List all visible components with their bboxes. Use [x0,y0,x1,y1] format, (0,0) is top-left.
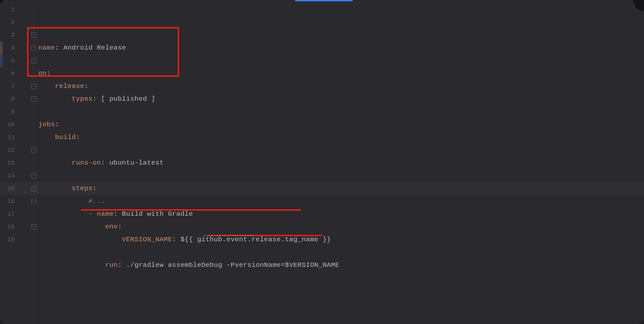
line-number[interactable]: 11 [0,131,20,144]
fold-toggle-icon[interactable]: − [31,33,36,38]
fold-toggle-icon[interactable]: − [31,58,36,63]
code-token [38,157,72,169]
code-token: VERSION_NAME [122,233,172,246]
code-line[interactable]: - name: Build with Gradle [38,208,644,220]
fold-toggle-icon[interactable]: − [31,84,36,89]
code-token: - [88,208,97,220]
code-token: : [84,80,88,93]
code-line[interactable] [38,272,644,284]
fold-toggle-icon[interactable]: − [31,96,36,102]
code-editor[interactable]: 12345678910111213141516171819 −−−−−−−−−−… [0,0,644,324]
line-number[interactable]: 5 [0,54,20,67]
line-number[interactable]: 18 [0,220,20,233]
code-token: runs-on [72,157,101,169]
code-token [38,195,88,208]
line-number[interactable]: 13 [0,157,20,169]
code-token: : [118,220,122,233]
code-token: : [55,42,63,54]
fold-column[interactable]: −−−−−−−−−− [30,0,37,324]
code-token: #... [88,195,105,208]
code-token: steps [72,182,93,195]
line-number-gutter[interactable]: 12345678910111213141516171819 [0,0,20,324]
code-token: release [55,80,84,93]
line-number[interactable]: 10 [0,118,20,131]
fold-toggle-icon[interactable]: − [31,148,36,153]
code-token [38,233,122,246]
code-token: on [38,67,47,80]
code-line[interactable] [38,169,644,182]
code-line[interactable]: env: [38,220,644,233]
code-token: Build with Gradle [122,208,193,220]
code-token: : [101,157,109,169]
code-token [38,220,105,233]
code-line[interactable] [38,54,644,67]
code-token [38,131,55,144]
line-number[interactable]: 12 [0,144,20,157]
code-line[interactable]: on: [38,67,644,80]
code-token [38,182,72,195]
code-line[interactable]: #... [38,195,644,208]
code-line[interactable]: VERSION_NAME: ${{ github.event.release.t… [38,233,644,246]
fold-toggle-icon[interactable]: − [31,199,36,204]
line-number[interactable]: 6 [0,67,20,80]
code-line[interactable]: runs-on: ubuntu-latest [38,157,644,169]
code-token: [ published ] [101,93,155,105]
code-line[interactable]: steps: [0,182,644,195]
code-line[interactable] [38,144,644,157]
code-line[interactable] [38,246,644,259]
code-line[interactable]: jobs: [38,118,644,131]
code-token [38,208,88,220]
code-token: : [47,67,51,80]
code-line[interactable]: name: Android Release [38,42,644,54]
fold-toggle-icon[interactable]: − [31,45,36,50]
code-token [38,80,55,93]
fold-toggle-icon[interactable]: − [31,224,36,229]
scrollbar-track[interactable] [641,3,643,321]
code-token [38,259,105,272]
code-token: : [118,259,126,272]
line-number[interactable]: 4 [0,42,20,54]
line-number[interactable]: 14 [0,169,20,182]
line-number[interactable]: 17 [0,208,20,220]
code-line[interactable] [38,105,644,118]
line-number[interactable]: 1 [0,3,20,16]
line-number[interactable]: 3 [0,29,20,42]
line-number[interactable]: 2 [0,16,20,29]
code-line[interactable]: release: [38,80,644,93]
line-number[interactable]: 7 [0,80,20,93]
code-token: : [172,233,180,246]
fold-toggle-icon[interactable]: − [31,173,36,178]
code-token: name [38,42,55,54]
line-number[interactable]: 9 [0,105,20,118]
code-token: : [93,182,97,195]
line-number[interactable]: 16 [0,195,20,208]
code-token [38,93,72,105]
code-token: build [55,131,76,144]
code-token: ubuntu-latest [109,157,164,169]
code-token: name [97,208,113,220]
code-token: ./gradlew assembleDebug -PversionName=$V… [126,259,339,272]
code-token: types [72,93,93,105]
line-number[interactable]: 8 [0,93,20,105]
code-line[interactable]: types: [ published ] [38,93,644,105]
code-token: : [93,93,101,105]
code-line[interactable]: build: [38,131,644,144]
code-token: : [55,118,59,131]
code-token: : [114,208,122,220]
code-token: : [76,131,80,144]
line-number[interactable]: 19 [0,233,20,246]
code-line[interactable]: run: ./gradlew assembleDebug -PversionNa… [38,259,644,272]
code-content[interactable]: name: Android Releaseon: release: types:… [38,0,644,324]
code-token: run [105,259,118,272]
code-token: env [105,220,118,233]
code-token: Android Release [64,42,126,54]
code-token: ${{ github.event.release.tag_name }} [181,233,331,246]
code-token: jobs [38,118,55,131]
